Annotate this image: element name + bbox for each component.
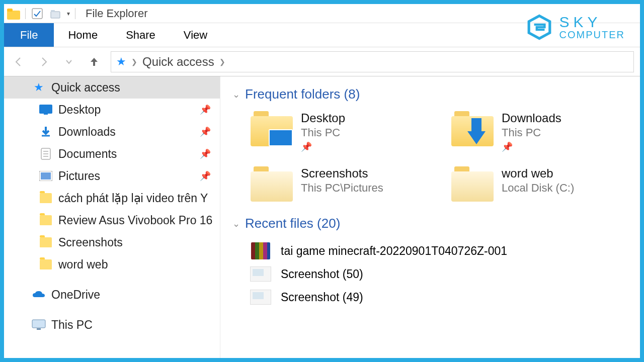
svg-rect-3 <box>51 12 60 18</box>
sidebar-item-label: Documents <box>58 147 117 161</box>
qat-divider <box>25 8 26 19</box>
chevron-right-icon[interactable]: ❯ <box>219 58 225 66</box>
folder-large-icon <box>251 166 293 202</box>
file-row[interactable]: Screenshot (50) <box>250 262 640 286</box>
quick-access-star-icon: ★ <box>116 55 126 68</box>
recent-locations-dropdown[interactable] <box>60 53 77 70</box>
folder-name: word web <box>502 166 574 180</box>
pin-icon: 📌 <box>200 104 211 115</box>
recent-files-list: tai game minecraft-20220901T040726Z-001 … <box>220 236 640 309</box>
svg-rect-14 <box>37 328 41 330</box>
file-name: tai game minecraft-20220901T040726Z-001 <box>281 244 507 258</box>
image-icon <box>250 265 272 283</box>
section-recent-files[interactable]: ⌄ Recent files (20) <box>220 213 640 236</box>
folder-location: This PC\Pictures <box>301 182 383 195</box>
tab-share[interactable]: Share <box>112 23 170 47</box>
pin-icon: 📌 <box>200 148 211 159</box>
pc-icon <box>31 319 46 330</box>
breadcrumb-location[interactable]: Quick access <box>142 55 214 69</box>
sidebar-item-folder[interactable]: Screenshots <box>4 231 220 253</box>
archive-icon <box>250 242 272 260</box>
sidebar-item-label: Review Asus Vivobook Pro 16 <box>58 214 212 227</box>
file-name: Screenshot (50) <box>281 267 363 281</box>
folder-icon <box>38 215 53 225</box>
star-icon: ★ <box>31 81 46 94</box>
folder-icon <box>38 237 53 247</box>
folder-word-web[interactable]: word web Local Disk (C:) <box>451 166 640 202</box>
sidebar-item-desktop[interactable]: Desktop 📌 <box>4 99 220 121</box>
address-bar[interactable]: ★ ❯ Quick access ❯ <box>111 51 634 72</box>
file-row[interactable]: tai game minecraft-20220901T040726Z-001 <box>250 239 640 262</box>
chevron-right-icon: ❯ <box>131 58 137 66</box>
sidebar-item-folder[interactable]: word web <box>4 253 220 276</box>
download-icon <box>38 126 53 138</box>
frequent-folders-grid: Desktop This PC 📌 Downloads This PC 📌 Sc… <box>220 107 640 213</box>
document-icon <box>38 148 53 160</box>
sidebar-item-folder[interactable]: cách phát lặp lại video trên Y <box>4 187 220 209</box>
up-button[interactable] <box>86 53 103 70</box>
sidebar-label: This PC <box>51 318 93 332</box>
tab-view[interactable]: View <box>170 23 221 47</box>
pin-icon: 📌 <box>200 170 211 182</box>
properties-icon[interactable] <box>31 7 44 20</box>
qat-divider-2 <box>75 8 75 19</box>
folder-icon <box>38 259 53 269</box>
file-row[interactable]: Screenshot (49) <box>250 286 640 309</box>
folder-desktop[interactable]: Desktop This PC 📌 <box>251 111 439 152</box>
hex-logo-icon <box>526 14 552 40</box>
sidebar-quick-access[interactable]: ★ Quick access <box>4 76 220 99</box>
folder-downloads[interactable]: Downloads This PC 📌 <box>451 111 640 152</box>
svg-rect-1 <box>7 9 13 12</box>
window-title: File Explorer <box>86 7 147 20</box>
forward-button[interactable] <box>35 53 52 70</box>
pin-icon: 📌 <box>301 141 312 152</box>
content-pane: ⌄ Frequent folders (8) Desktop This PC 📌… <box>220 76 640 358</box>
folder-screenshots[interactable]: Screenshots This PC\Pictures <box>251 166 439 202</box>
svg-rect-5 <box>39 105 52 114</box>
onedrive-icon <box>31 290 46 299</box>
folder-location: This PC <box>502 126 561 139</box>
folder-large-icon <box>251 111 293 146</box>
svg-rect-13 <box>32 320 45 328</box>
svg-rect-0 <box>7 11 20 20</box>
sidebar-item-documents[interactable]: Documents 📌 <box>4 143 220 165</box>
tab-file[interactable]: File <box>4 23 54 47</box>
brand-line2: COMPUTER <box>559 30 625 40</box>
sidebar-item-label: Downloads <box>58 125 116 139</box>
folder-name: Screenshots <box>301 166 383 180</box>
sidebar-item-label: cách phát lặp lại video trên Y <box>58 192 208 205</box>
folder-icon <box>38 193 53 203</box>
folder-large-icon <box>451 111 494 146</box>
new-folder-icon[interactable] <box>49 7 62 20</box>
sidebar-item-label: word web <box>58 258 108 272</box>
sidebar-onedrive[interactable]: OneDrive <box>4 284 220 306</box>
qat-dropdown-icon[interactable]: ▾ <box>67 10 70 17</box>
sidebar-item-downloads[interactable]: Downloads 📌 <box>4 121 220 143</box>
quick-access-toolbar: ▾ <box>7 7 75 20</box>
tab-home[interactable]: Home <box>54 23 112 47</box>
pin-icon: 📌 <box>502 141 513 152</box>
image-icon <box>250 288 272 306</box>
sidebar-item-label: Screenshots <box>58 236 123 249</box>
sidebar-item-folder[interactable]: Review Asus Vivobook Pro 16 <box>4 209 220 231</box>
explorer-app-icon[interactable] <box>7 7 20 20</box>
folder-name: Downloads <box>502 111 561 125</box>
section-title: Frequent folders (8) <box>245 86 360 102</box>
chevron-down-icon: ⌄ <box>232 218 240 229</box>
desktop-icon <box>38 105 53 115</box>
brand-line1: SKY <box>559 15 625 30</box>
sidebar-label: Quick access <box>51 81 120 95</box>
section-title: Recent files (20) <box>245 216 340 231</box>
folder-name: Desktop <box>301 111 345 125</box>
picture-icon <box>38 171 53 181</box>
sidebar-this-pc[interactable]: This PC <box>4 314 220 336</box>
back-button[interactable] <box>10 53 27 70</box>
brand-logo: SKY COMPUTER <box>526 14 625 40</box>
sidebar-item-label: Desktop <box>58 103 101 117</box>
sidebar-item-pictures[interactable]: Pictures 📌 <box>4 165 220 187</box>
svg-rect-4 <box>51 10 55 12</box>
pin-icon: 📌 <box>200 126 211 137</box>
navigation-bar: ★ ❯ Quick access ❯ <box>4 47 640 76</box>
sidebar-item-label: Pictures <box>58 169 100 183</box>
section-frequent-folders[interactable]: ⌄ Frequent folders (8) <box>220 83 640 107</box>
